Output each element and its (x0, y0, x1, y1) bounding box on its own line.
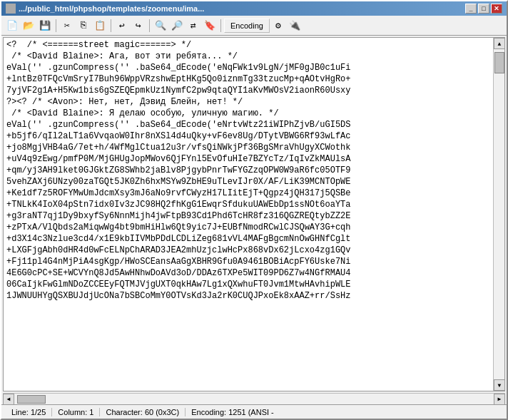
title-bar: .../public_html/phpshop/templates/zoomen… (1, 1, 507, 16)
scroll-left-button[interactable]: ◀ (3, 394, 14, 405)
save-file-button[interactable]: 💾 (37, 18, 53, 34)
paste-button[interactable]: 📋 (92, 18, 108, 34)
cut-button[interactable]: ✂ (59, 18, 75, 34)
title-bar-left: .../public_html/phpshop/templates/zoomen… (6, 4, 465, 14)
status-character: Character: 60 (0x3C) (100, 408, 186, 416)
horizontal-scrollbar[interactable]: ◀ ▶ (3, 393, 505, 404)
open-file-button[interactable]: 📂 (21, 18, 36, 34)
scroll-right-button[interactable]: ▶ (494, 394, 505, 405)
editor-area: <? /* <======street magic======> */ /* <… (3, 37, 505, 391)
redo-button[interactable]: ↪ (131, 18, 146, 34)
vertical-scrollbar[interactable]: ▲ ▼ (493, 38, 504, 391)
title-buttons: _ □ ✕ (465, 4, 502, 14)
window-title: .../public_html/phpshop/templates/zoomen… (19, 4, 204, 13)
status-encoding: Encoding: 1251 (ANSI - (186, 408, 280, 416)
status-column: Column: 1 (52, 408, 100, 416)
hscroll-thumb[interactable] (17, 395, 46, 404)
separator-2 (111, 19, 111, 32)
minimize-button[interactable]: _ (465, 4, 477, 14)
hscroll-track[interactable] (14, 394, 494, 404)
line-area: <? /* <======street magic======> */ /* <… (4, 38, 493, 391)
find-button[interactable]: 🔍 (153, 18, 168, 34)
undo-button[interactable]: ↩ (114, 18, 130, 34)
toolbar: 📄 📂 💾 ✂ ⎘ 📋 ↩ ↪ 🔍 🔎 ⇄ 🔖 Encoding ⚙ 🔌 (1, 16, 507, 36)
main-window: .../public_html/phpshop/templates/zoomen… (0, 0, 508, 420)
close-button[interactable]: ✕ (491, 4, 502, 14)
status-line-col: Line: 1/25 (6, 408, 52, 416)
encoding-button[interactable]: Encoding (224, 19, 270, 33)
maximize-button[interactable]: □ (478, 4, 489, 14)
copy-button[interactable]: ⎘ (76, 18, 91, 34)
plugin-icon[interactable]: 🔌 (287, 18, 303, 34)
scroll-down-button[interactable]: ▼ (494, 379, 505, 391)
replace-button[interactable]: 🔎 (169, 18, 185, 34)
bookmark-button[interactable]: 🔖 (202, 18, 218, 34)
new-file-button[interactable]: 📄 (4, 18, 20, 34)
separator-4 (220, 19, 221, 32)
app-icon (6, 4, 16, 14)
separator-3 (149, 19, 150, 32)
code-editor[interactable]: <? /* <======street magic======> */ /* <… (4, 38, 493, 391)
scroll-track[interactable] (494, 49, 504, 379)
separator-1 (56, 19, 56, 32)
nav-button[interactable]: ⇄ (186, 18, 201, 34)
status-bar: Line: 1/25 Column: 1 Character: 60 (0x3C… (1, 404, 507, 419)
gear-icon[interactable]: ⚙ (270, 18, 286, 34)
scroll-thumb[interactable] (494, 52, 504, 73)
scroll-up-button[interactable]: ▲ (494, 38, 505, 49)
